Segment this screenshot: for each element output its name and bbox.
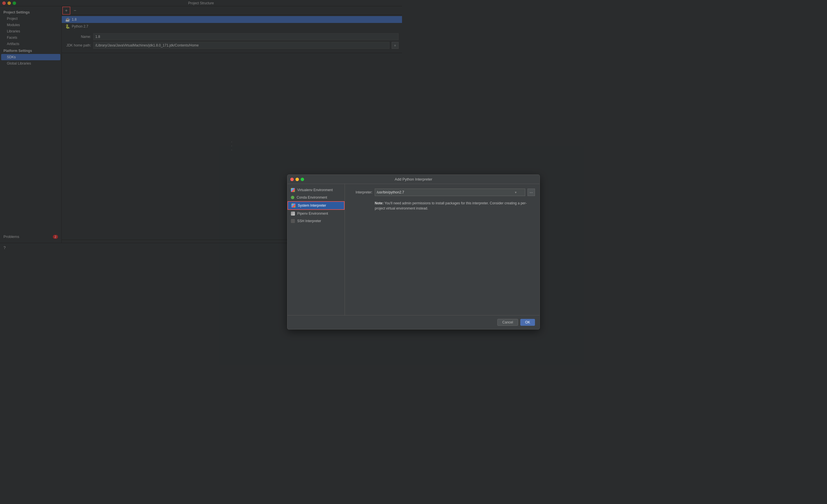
interp-virtualenv[interactable]: Virtualenv Environment [287,186,345,194]
interpreter-note: Note: You'll need admin permissions to i… [349,199,402,212]
interpreter-label: Interpreter: [349,190,373,194]
interp-system[interactable]: System Interpreter [287,201,345,210]
pipenv-icon [291,211,295,215]
modal-overlay: Add Python Interpreter Virtualenv Enviro… [0,0,402,252]
modal-window-controls [290,178,304,181]
interp-system-label: System Interpreter [298,203,326,207]
interpreter-config-panel: Interpreter: /usr/bin/python2.7 ▼ ··· No… [345,184,402,252]
modal-body: Virtualenv Environment Conda Environment… [287,184,402,252]
modal-title: Add Python Interpreter [395,177,402,182]
note-bold: Note: [375,201,384,205]
interp-pipenv[interactable]: Pipenv Environment [287,210,345,217]
interpreter-select[interactable]: /usr/bin/python2.7 [375,189,402,196]
modal-minimize-button[interactable] [295,178,299,181]
conda-icon [291,196,294,199]
interpreter-type-list: Virtualenv Environment Conda Environment… [287,184,345,252]
virtualenv-icon [291,188,295,192]
interp-ssh-label: SSH Interpreter [297,219,321,223]
modal-close-button[interactable] [290,178,294,181]
interp-conda[interactable]: Conda Environment [287,194,345,201]
interp-conda-label: Conda Environment [297,195,327,199]
modal-maximize-button[interactable] [301,178,304,181]
ssh-icon [291,219,295,223]
interpreter-select-wrapper: /usr/bin/python2.7 ▼ [375,189,402,196]
interpreter-field-row: Interpreter: /usr/bin/python2.7 ▼ ··· [349,189,402,196]
system-icon [291,203,295,207]
interp-pipenv-label: Pipenv Environment [297,211,328,215]
interp-ssh[interactable]: SSH Interpreter [287,217,345,225]
add-python-interpreter-modal: Add Python Interpreter Virtualenv Enviro… [287,174,402,252]
modal-titlebar: Add Python Interpreter [287,175,402,184]
interp-virtualenv-label: Virtualenv Environment [297,188,333,192]
